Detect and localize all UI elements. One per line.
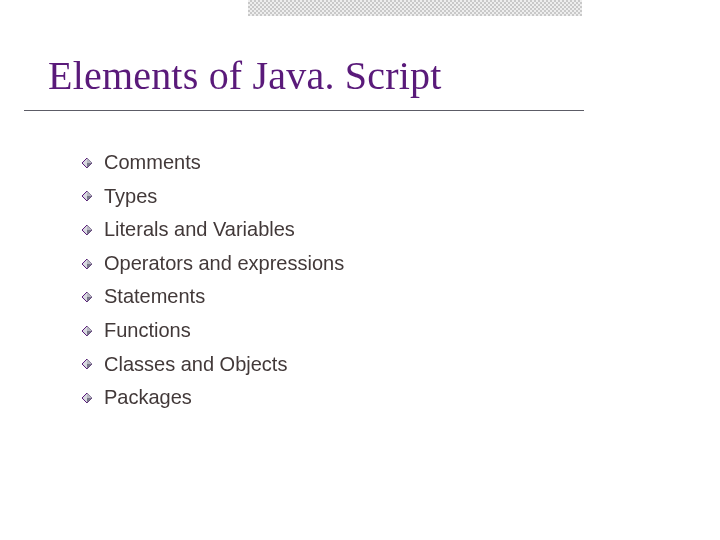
svg-marker-8	[87, 225, 92, 230]
list-item-label: Packages	[104, 383, 192, 413]
list-item: Classes and Objects	[82, 350, 344, 380]
slide: Elements of Java. Script Comments Types …	[0, 0, 720, 540]
slide-title: Elements of Java. Script	[48, 52, 442, 99]
svg-marker-20	[87, 359, 92, 364]
list-item: Operators and expressions	[82, 249, 344, 279]
svg-marker-23	[87, 393, 92, 398]
svg-marker-14	[87, 292, 92, 297]
svg-marker-5	[87, 191, 92, 196]
list-item-label: Comments	[104, 148, 201, 178]
diamond-bullet-icon	[82, 191, 92, 201]
list-item-label: Statements	[104, 282, 205, 312]
svg-marker-11	[87, 259, 92, 264]
diamond-bullet-icon	[82, 393, 92, 403]
diamond-bullet-icon	[82, 259, 92, 269]
diamond-bullet-icon	[82, 326, 92, 336]
list-item: Comments	[82, 148, 344, 178]
diamond-bullet-icon	[82, 359, 92, 369]
list-item: Packages	[82, 383, 344, 413]
svg-marker-2	[87, 158, 92, 163]
diamond-bullet-icon	[82, 225, 92, 235]
bullet-list: Comments Types Literals and Variables Op…	[82, 148, 344, 417]
decorative-top-bar	[248, 0, 582, 16]
list-item: Statements	[82, 282, 344, 312]
horizontal-rule	[24, 110, 584, 111]
list-item-label: Literals and Variables	[104, 215, 295, 245]
list-item-label: Operators and expressions	[104, 249, 344, 279]
diamond-bullet-icon	[82, 158, 92, 168]
diamond-bullet-icon	[82, 292, 92, 302]
svg-marker-17	[87, 326, 92, 331]
list-item: Literals and Variables	[82, 215, 344, 245]
list-item-label: Functions	[104, 316, 191, 346]
list-item: Types	[82, 182, 344, 212]
list-item-label: Classes and Objects	[104, 350, 287, 380]
list-item-label: Types	[104, 182, 157, 212]
list-item: Functions	[82, 316, 344, 346]
